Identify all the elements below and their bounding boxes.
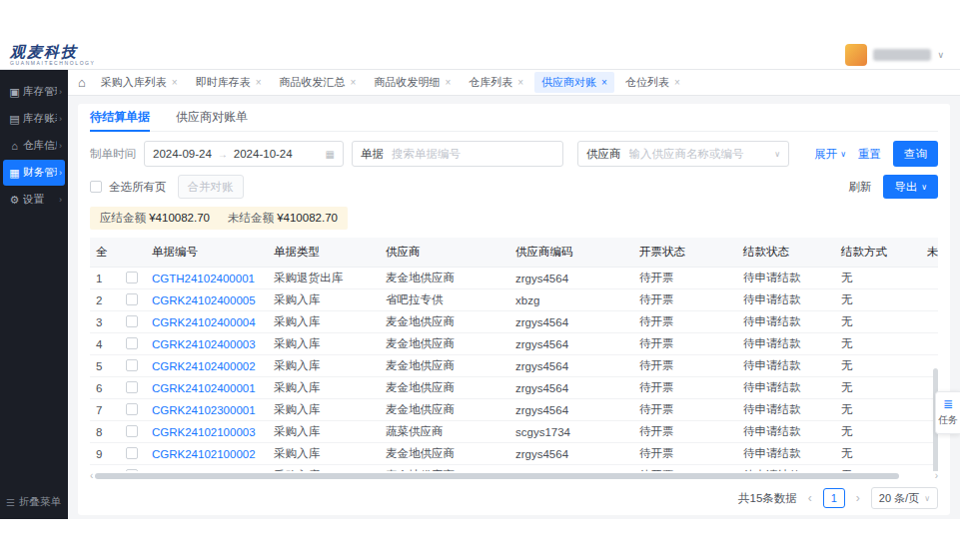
vertical-scrollbar[interactable] [932, 238, 938, 471]
tab-close-icon[interactable]: × [351, 78, 357, 88]
payable-label: 应结金额 [100, 212, 146, 224]
tab-6[interactable]: 供应商对账× [534, 72, 614, 93]
horizontal-scrollbar-thumb[interactable] [95, 473, 899, 479]
unsettled-label: 未结金额 [228, 212, 274, 224]
row-checkbox-cell [120, 272, 146, 285]
task-panel-toggle[interactable]: ≣ 任务 [935, 391, 960, 434]
tab-close-icon[interactable]: × [256, 78, 262, 88]
doc-no-link[interactable]: CGRK24102400005 [152, 294, 256, 306]
doc-no-cell: CGRK24102300001 [146, 404, 268, 416]
row-checkbox[interactable] [126, 337, 138, 349]
doc-no-link[interactable]: CGRK24102100003 [152, 426, 256, 438]
scroll-right-icon[interactable]: › [935, 472, 938, 480]
row-checkbox-cell [120, 293, 146, 307]
doc-no-link[interactable]: CGRK24102400003 [152, 338, 256, 350]
home-icon[interactable]: ⌂ [78, 75, 86, 90]
invoice-status-cell: 待开票 [633, 424, 737, 439]
avatar [845, 44, 867, 66]
tab-2[interactable]: 即时库存表× [189, 72, 269, 93]
row-checkbox[interactable] [126, 425, 138, 437]
col-header-invoice-status: 开票状态 [633, 245, 737, 260]
sidebar-item-4[interactable]: ▦财务管理› [3, 160, 65, 186]
settle-method-cell: 无 [835, 402, 921, 417]
row-checkbox[interactable] [126, 381, 138, 393]
invoice-status-cell: 待开票 [633, 358, 737, 373]
search-button[interactable]: 查询 [893, 141, 938, 167]
next-page-button[interactable]: › [854, 491, 862, 505]
task-icon: ≣ [943, 398, 953, 410]
col-header-doc-type: 单据类型 [268, 245, 380, 260]
subtab-2[interactable]: 供应商对账单 [176, 104, 248, 131]
doc-no-cell: CGRK24102400001 [146, 382, 268, 394]
tab-4[interactable]: 商品收发明细× [367, 72, 458, 93]
subtab-1[interactable]: 待结算单据 [90, 104, 150, 131]
collapse-menu-button[interactable]: ☰ 折叠菜单 [0, 485, 68, 519]
user-menu[interactable]: ∨ [845, 44, 944, 66]
supplier-code-cell: zrgys4564 [509, 382, 633, 394]
row-checkbox[interactable] [126, 293, 138, 305]
sidebar-item-1[interactable]: ▣库存管理› [3, 79, 65, 105]
row-checkbox[interactable] [126, 469, 138, 472]
doc-no-link[interactable]: CGTH24102400001 [152, 273, 255, 284]
settle-method-cell: 无 [835, 424, 921, 439]
doc-type-cell: 采购入库 [268, 446, 380, 461]
tab-close-icon[interactable]: × [517, 78, 523, 88]
refresh-button[interactable]: 刷新 [848, 180, 871, 195]
chevron-down-icon: ∨ [774, 150, 780, 159]
tab-close-icon[interactable]: × [601, 78, 607, 88]
page-size-select[interactable]: 20 条/页 ∨ [871, 487, 938, 509]
row-checkbox-cell [120, 337, 146, 351]
doc-no-link[interactable]: CGRK24102400001 [152, 382, 256, 394]
brand-subtitle: GUANMAITECHNOLOGY [10, 61, 96, 66]
doc-no-link[interactable]: CGRK24102400004 [152, 316, 256, 328]
select-all-checkbox[interactable] [90, 181, 102, 193]
sidebar-item-2[interactable]: ▤库存账表› [3, 106, 65, 132]
tab-5[interactable]: 仓库列表× [462, 72, 530, 93]
doc-no-link[interactable]: CGRK24102100002 [152, 448, 256, 460]
reset-button[interactable]: 重置 [858, 147, 881, 162]
row-checkbox[interactable] [126, 447, 138, 459]
supplier-code-cell: xbzg [509, 294, 633, 306]
table-row: 9CGRK24102100002采购入库麦金地供应商zrgys4564待开票待申… [90, 443, 938, 465]
chevron-down-icon: ∨ [924, 494, 930, 503]
tab-list: 采购入库列表×即时库存表×商品收发汇总×商品收发明细×仓库列表×供应商对账×仓位… [94, 72, 687, 93]
prev-page-button[interactable]: ‹ [806, 491, 814, 505]
tab-3[interactable]: 商品收发汇总× [273, 72, 364, 93]
merge-reconcile-button[interactable]: 合并对账 [178, 175, 244, 199]
tab-1[interactable]: 采购入库列表× [94, 72, 185, 93]
sidebar-item-5[interactable]: ⚙设置› [3, 187, 65, 213]
sidebar-item-3[interactable]: ⌂仓库信息› [3, 133, 65, 159]
row-index: 8 [90, 426, 120, 438]
app-window: 观麦科技 GUANMAITECHNOLOGY ∨ ▣库存管理›▤库存账表›⌂仓库… [0, 40, 960, 519]
supplier-cell: 省吧拉专供 [380, 292, 509, 307]
doc-no-link[interactable]: CGRK24102300001 [152, 404, 256, 416]
tab-7[interactable]: 仓位列表× [618, 72, 687, 93]
tab-close-icon[interactable]: × [674, 78, 680, 88]
supplier-search-input[interactable]: 供应商 输入供应商名称或编号 ∨ [577, 141, 789, 167]
row-checkbox[interactable] [126, 315, 138, 327]
subtab-list: 待结算单据供应商对账单 [90, 104, 938, 132]
doc-no-cell: CGRK24102100003 [146, 426, 268, 438]
date-range-picker[interactable]: 2024-09-24 → 2024-10-24 ▦ [144, 141, 344, 167]
action-bar: 全选所有页 合并对账 刷新 导出 ∨ [90, 175, 938, 199]
doc-no-cell: CGRK24102100002 [146, 448, 268, 460]
row-index: 9 [90, 448, 120, 460]
export-button[interactable]: 导出 ∨ [883, 175, 938, 199]
page-number[interactable]: 1 [823, 488, 845, 508]
row-checkbox[interactable] [126, 403, 138, 415]
scroll-left-icon[interactable]: ‹ [90, 472, 93, 480]
row-checkbox[interactable] [126, 359, 138, 371]
doc-no-link[interactable]: CGRK24102100001 [152, 470, 256, 472]
expand-filters-button[interactable]: 展开 ∨ [814, 147, 846, 162]
tab-close-icon[interactable]: × [172, 78, 178, 88]
row-checkbox[interactable] [126, 272, 138, 283]
tab-close-icon[interactable]: × [445, 78, 451, 88]
doc-no-link[interactable]: CGRK24102400002 [152, 360, 256, 372]
date-filter-label: 制单时间 [90, 147, 136, 162]
tab-bar: ⌂ 采购入库列表×即时库存表×商品收发汇总×商品收发明细×仓库列表×供应商对账×… [68, 70, 960, 96]
horizontal-scrollbar[interactable]: ‹ › [90, 472, 938, 480]
table-row: 6CGRK24102400001采购入库麦金地供应商zrgys4564待开票待申… [90, 377, 938, 399]
arrow-right-icon: → [218, 149, 228, 160]
doc-search-input[interactable]: 单据 搜索单据编号 [352, 141, 563, 167]
sidebar: ▣库存管理›▤库存账表›⌂仓库信息›▦财务管理›⚙设置› ☰ 折叠菜单 [0, 70, 68, 519]
